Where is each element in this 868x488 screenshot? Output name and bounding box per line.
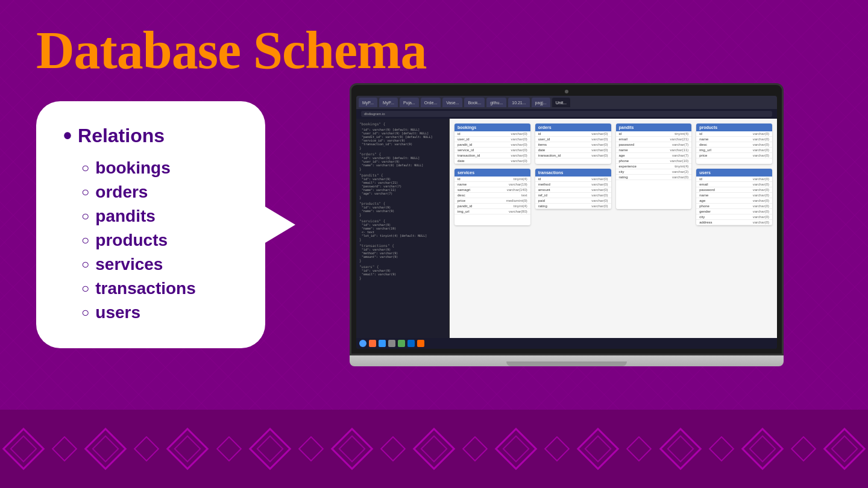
table-row: experiencetinyint(4) <box>616 164 692 169</box>
laptop: MyP... MyP... Puja... Orde... Vase... Bo… <box>350 83 784 366</box>
table-row: cityvarchar(0) <box>696 214 772 220</box>
table-row: descvarchar(0) <box>696 142 772 148</box>
table-row: emailvarchar(0) <box>696 182 772 187</box>
table-header-transactions: transactions <box>535 169 611 177</box>
table-row: addressvarchar(0) <box>696 220 772 225</box>
browser-tab[interactable]: Book... <box>464 98 485 107</box>
table-row: img_urlvarchar(80) <box>454 209 530 214</box>
url-bar[interactable]: dbdiagram.io <box>361 111 772 117</box>
table-row: amountvarchar(0) <box>535 187 611 193</box>
table-users: users idvarchar(0) emailvarchar(0) passw… <box>696 169 772 225</box>
table-services: services idtinyint(4) namevarchar(19) sa… <box>454 169 530 225</box>
laptop-base <box>350 355 784 366</box>
table-row: idtinyint(4) <box>454 177 530 182</box>
table-row: idvarchar(0) <box>535 131 611 137</box>
list-item-bookings: bookings <box>81 158 238 178</box>
table-row: namevarchar(0) <box>696 137 772 142</box>
table-row: ref_idvarchar(0) <box>535 193 611 198</box>
list-item-users: users <box>81 303 238 322</box>
table-row: idvarchar(0) <box>454 131 530 137</box>
taskbar-icon[interactable] <box>359 340 366 347</box>
table-row: idvarchar(0) <box>696 177 772 182</box>
table-row: phonevarchar(0) <box>696 204 772 209</box>
browser-tab[interactable]: pagj... <box>532 98 550 107</box>
table-row: paidvarchar(0) <box>535 198 611 204</box>
laptop-screen: MyP... MyP... Puja... Orde... Vase... Bo… <box>350 83 784 355</box>
taskbar-icon[interactable] <box>407 340 415 347</box>
page-title: Database Schema <box>36 24 832 77</box>
browser-tab[interactable]: MyP... <box>359 98 377 107</box>
browser-tab[interactable]: MyP... <box>379 98 398 107</box>
laptop-container: MyP... MyP... Puja... Orde... Vase... Bo… <box>301 83 832 366</box>
url-text: dbdiagram.io <box>364 112 385 116</box>
table-row: transaction_idvarchar(0) <box>535 153 611 158</box>
screen-content: MyP... MyP... Puja... Orde... Vase... Bo… <box>356 96 777 349</box>
table-row: datevarchar(0) <box>535 148 611 153</box>
taskbar-icon[interactable] <box>388 340 395 347</box>
table-bookings: bookings idvarchar(0) user_idvarchar(0) … <box>454 124 530 164</box>
table-orders: orders idvarchar(0) user_idvarchar(0) it… <box>535 124 611 164</box>
table-row: passwordvarchar(7) <box>616 142 692 148</box>
table-row: ratingvarchar(0) <box>535 204 611 209</box>
main-area: Relations bookings orders pandits produc… <box>36 95 832 488</box>
table-row: namevarchar(0) <box>696 193 772 198</box>
browser-tabs: MyP... MyP... Puja... Orde... Vase... Bo… <box>356 96 777 109</box>
table-row: agevarchar(0) <box>696 198 772 204</box>
table-header-users: users <box>696 169 772 177</box>
table-header-services: services <box>454 169 530 177</box>
table-row: user_idvarchar(0) <box>454 137 530 142</box>
taskbar-icon[interactable] <box>379 340 386 347</box>
table-row: user_idvarchar(0) <box>535 137 611 142</box>
laptop-camera <box>565 90 568 93</box>
table-row: transaction_idvarchar(0) <box>454 153 530 158</box>
taskbar-icon[interactable] <box>398 340 405 347</box>
browser-tab[interactable]: Orde... <box>421 98 441 107</box>
table-header-bookings: bookings <box>454 124 530 131</box>
main-content: Database Schema Relations bookings order… <box>0 0 868 488</box>
browser-tab[interactable]: Vase... <box>442 98 462 107</box>
table-row: service_idvarchar(0) <box>454 148 530 153</box>
list-item-products: products <box>81 231 238 250</box>
browser-tab-active[interactable]: Unit... <box>552 98 570 107</box>
table-row: pricemediumint(9) <box>454 198 530 204</box>
table-row: itemsvarchar(0) <box>535 142 611 148</box>
table-row: cityvarchar(2) <box>616 169 692 175</box>
table-row: desctext <box>454 193 530 198</box>
list-item-transactions: transactions <box>81 279 238 298</box>
table-header-orders: orders <box>535 124 611 131</box>
taskbar-icon[interactable] <box>369 340 376 347</box>
browser-tab[interactable]: githu... <box>486 98 506 107</box>
table-row: emailvarchar(21) <box>616 137 692 142</box>
table-row: ratingvarchar(0) <box>616 175 692 180</box>
table-transactions: transactions idvarchar(0) methodvarchar(… <box>535 169 611 209</box>
browser-tab[interactable]: 10.21... <box>508 98 529 107</box>
relations-list: bookings orders pandits products service… <box>63 158 238 322</box>
table-row: namevarchar(11) <box>616 148 692 153</box>
list-item-services: services <box>81 255 238 274</box>
list-item-orders: orders <box>81 183 238 202</box>
browser-tab[interactable]: Puja... <box>400 98 419 107</box>
table-row: passwordvarchar(0) <box>696 187 772 193</box>
speech-bubble: Relations bookings orders pandits produc… <box>36 101 265 348</box>
table-header-pandits: pandits <box>616 124 692 131</box>
table-row: pandit_idtinyint(4) <box>454 204 530 209</box>
browser-address-bar: dbdiagram.io <box>356 109 777 119</box>
table-row: namevarchar(19) <box>454 182 530 187</box>
table-row: pricevarchar(0) <box>696 153 772 158</box>
taskbar-icon[interactable] <box>417 340 424 347</box>
taskbar <box>356 338 777 349</box>
screen-main: "bookings" { "id": varchar(9) [default: … <box>356 119 777 338</box>
table-row: datevarchar(0) <box>454 158 530 164</box>
diagram-panel: bookings idvarchar(0) user_idvarchar(0) … <box>450 119 777 338</box>
table-row: idtinyint(4) <box>616 131 692 137</box>
table-header-products: products <box>696 124 772 131</box>
table-row: phonevarchar(10) <box>616 158 692 164</box>
list-item-pandits: pandits <box>81 207 238 226</box>
table-row: idvarchar(0) <box>535 177 611 182</box>
table-row: idvarchar(0) <box>696 131 772 137</box>
table-row: pandit_idvarchar(0) <box>454 142 530 148</box>
table-pandits: pandits idtinyint(4) emailvarchar(21) pa… <box>616 124 692 209</box>
table-row: gendervarchar(0) <box>696 209 772 214</box>
table-row: methodvarchar(0) <box>535 182 611 187</box>
table-row: img_urlvarchar(0) <box>696 148 772 153</box>
